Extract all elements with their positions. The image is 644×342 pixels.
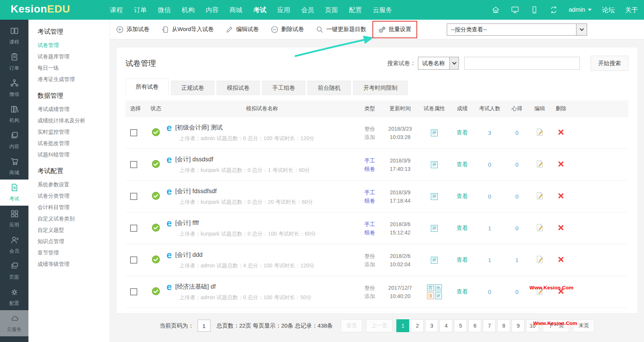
attr-badge-顶[interactable]: 顶: [427, 292, 434, 299]
delete-row-icon[interactable]: [558, 129, 564, 135]
topnav-item-8[interactable]: 会员: [301, 6, 314, 14]
submenu-item[interactable]: 知识点管理: [38, 236, 110, 247]
topnav-item-0[interactable]: 课程: [110, 6, 123, 14]
attr-badge-评[interactable]: 评: [431, 161, 438, 168]
topnav-item-5[interactable]: 商城: [229, 6, 242, 14]
app-logo[interactable]: KesionEDU: [11, 3, 70, 15]
paper-type[interactable]: 手工组卷: [358, 156, 382, 173]
attr-badge-热[interactable]: 热: [435, 284, 442, 291]
tab-2[interactable]: 模拟试卷: [217, 81, 260, 95]
page-3-button[interactable]: 3: [425, 319, 438, 332]
submenu-item[interactable]: 实时监控管理: [38, 126, 110, 137]
tab-5[interactable]: 开考时间限制: [353, 81, 408, 95]
delete-row-icon[interactable]: [558, 193, 564, 199]
paper-title[interactable]: [会计] fdssdfsdf: [175, 187, 217, 195]
page-1-button[interactable]: 1: [396, 319, 409, 332]
tab-4[interactable]: 前台随机: [308, 81, 351, 95]
tab-3[interactable]: 手工组卷: [262, 81, 305, 95]
submenu-item[interactable]: 成绩等级管理: [38, 258, 110, 270]
exam-count[interactable]: 3: [474, 130, 505, 136]
notes-count[interactable]: 0: [505, 161, 529, 168]
notes-count[interactable]: 1: [505, 257, 529, 263]
sidebar-item-9[interactable]: 页面: [0, 258, 28, 284]
tab-1[interactable]: 正规试卷: [171, 81, 214, 95]
exam-count[interactable]: 1: [474, 225, 505, 231]
topnav-item-9[interactable]: 页面: [325, 6, 338, 14]
submenu-item[interactable]: 试卷分类管理: [38, 190, 110, 201]
delete-row-icon[interactable]: [558, 225, 564, 231]
sync-icon[interactable]: [549, 5, 558, 14]
submenu-item[interactable]: 试卷题库管理: [38, 51, 110, 62]
sidebar-item-11[interactable]: 云服务: [0, 310, 28, 336]
topnav-item-6[interactable]: 考试: [253, 6, 266, 14]
attr-badge-评[interactable]: 评: [431, 193, 438, 200]
next-page-button[interactable]: 下一页: [543, 319, 569, 332]
sidebar-item-2[interactable]: 微信: [0, 75, 28, 101]
paper-title[interactable]: [会计] ddd: [175, 251, 203, 259]
page-6-button[interactable]: 6: [468, 319, 481, 332]
paper-type[interactable]: 手工组卷: [358, 188, 382, 205]
topnav-item-11[interactable]: 云服务: [373, 6, 392, 14]
edit-row-icon[interactable]: [536, 255, 544, 264]
attr-badge-荐[interactable]: 荐: [427, 284, 434, 291]
topnav-item-3[interactable]: 机构: [182, 6, 195, 14]
row-checkbox[interactable]: [130, 161, 137, 168]
toolbar-button-0[interactable]: 添加试卷: [116, 26, 149, 33]
submenu-item[interactable]: 试题纠错管理: [38, 149, 110, 160]
view-score-link[interactable]: 查看: [457, 288, 468, 295]
first-page-button[interactable]: 首页: [341, 319, 362, 332]
tab-0[interactable]: 所有试卷: [126, 78, 169, 95]
view-score-link[interactable]: 查看: [457, 193, 468, 199]
sidebar-item-4[interactable]: 内容: [0, 127, 28, 153]
category-filter-select[interactable]: --按分类查看--: [447, 23, 587, 36]
submenu-item[interactable]: 考试成绩管理: [38, 103, 110, 115]
home-icon[interactable]: [491, 5, 500, 14]
submenu-item[interactable]: 系统参数设置: [38, 179, 110, 190]
exam-count[interactable]: 1: [474, 257, 505, 263]
delete-row-icon[interactable]: [558, 161, 564, 167]
edit-row-icon[interactable]: [536, 160, 544, 168]
delete-row-icon[interactable]: [558, 256, 564, 262]
sidebar-item-3[interactable]: 机构: [0, 101, 28, 127]
toolbar-button-2[interactable]: 编辑试卷: [226, 26, 259, 33]
paper-title[interactable]: [经济法基础] df: [175, 283, 216, 291]
search-input[interactable]: [464, 57, 580, 70]
notes-count[interactable]: 0: [505, 193, 529, 200]
view-score-link[interactable]: 查看: [457, 225, 468, 231]
sidebar-item-7[interactable]: 应用: [0, 206, 28, 232]
edit-row-icon[interactable]: [536, 287, 544, 295]
page-10-button[interactable]: 10: [526, 319, 539, 332]
paper-title[interactable]: [会计] ffff: [175, 219, 199, 227]
page-7-button[interactable]: 7: [483, 319, 496, 332]
toolbar-button-1[interactable]: 从Word导入试卷: [161, 26, 214, 33]
paper-title[interactable]: [会计] dssdsdf: [175, 156, 213, 164]
sidebar-item-1[interactable]: 订单: [0, 49, 28, 75]
paper-type[interactable]: 手工组卷: [358, 220, 382, 237]
last-page-button[interactable]: 末页: [573, 319, 594, 332]
submenu-item[interactable]: 自定义题型: [38, 224, 110, 236]
submenu-item[interactable]: 成绩统计排名及分析: [38, 115, 110, 126]
about-link[interactable]: 关于: [625, 6, 638, 14]
sidebar-item-0[interactable]: 课程: [0, 23, 28, 49]
exam-count[interactable]: 0: [474, 193, 505, 200]
desktop-icon[interactable]: [510, 5, 520, 14]
notes-count[interactable]: 0: [505, 225, 529, 231]
search-type-select[interactable]: 试卷名称: [418, 57, 459, 70]
submenu-item[interactable]: 每日一练: [38, 62, 110, 73]
topnav-item-7[interactable]: 应用: [277, 6, 290, 14]
attr-badge-评[interactable]: 评: [431, 257, 438, 264]
view-score-link[interactable]: 查看: [457, 161, 468, 167]
prev-page-button[interactable]: 上一页: [366, 319, 393, 332]
submenu-item[interactable]: 自定义试卷类别: [38, 213, 110, 224]
sidebar-item-8[interactable]: 会员: [0, 232, 28, 258]
attr-badge-评[interactable]: 评: [435, 292, 442, 299]
edit-row-icon[interactable]: [536, 128, 544, 136]
submenu-item[interactable]: 试卷批改管理: [38, 137, 110, 149]
attr-badge-评[interactable]: 评: [431, 130, 438, 136]
topnav-item-1[interactable]: 订单: [134, 6, 147, 14]
edit-row-icon[interactable]: [536, 223, 544, 232]
view-score-link[interactable]: 查看: [457, 256, 468, 263]
topnav-item-4[interactable]: 内容: [206, 6, 218, 14]
topnav-item-2[interactable]: 微信: [158, 6, 171, 14]
page-2-button[interactable]: 2: [411, 319, 424, 332]
